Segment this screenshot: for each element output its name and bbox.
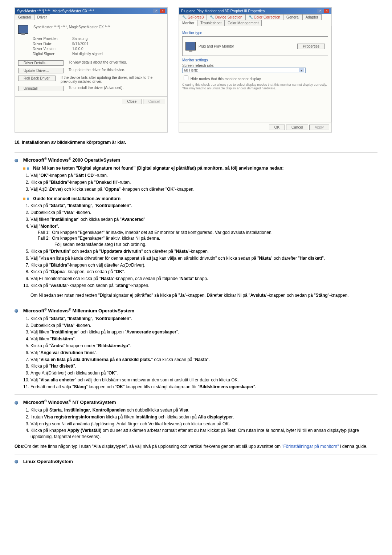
close-icon[interactable]: × [160,9,165,13]
dialog1-bottom-buttons: Close Cancel [15,97,167,106]
device-name: SyncMaster ****| ****, MagicSyncMaster C… [33,25,110,29]
cancel-button[interactable]: Cancel [286,125,308,130]
close-icon[interactable]: × [324,9,329,13]
monitor-type-box: Plug and Play Monitor Properties [182,36,328,56]
dialog1-window-icons: ? × [152,9,165,13]
tab-color-correction[interactable]: 🔧 Color Correction [245,14,284,20]
tab-monitor[interactable]: Monitor [179,20,197,26]
signer-label: Digital Signer: [33,52,67,56]
preset-link[interactable]: "Förinställningar på monitorn" [282,444,339,449]
monitor-properties-dialog: Plug and Play Monitor and 3D Prophet III… [179,7,332,133]
tab-color-management[interactable]: Color Management [224,20,262,26]
ok-button[interactable]: OK [269,125,285,130]
list-item: Ange A:\(D:\driver) och klicka sedan på … [30,370,377,376]
uninstall-button[interactable]: Uninstall [18,86,64,91]
close-button[interactable]: Close [122,99,142,104]
list-item: Klicka på "Öppna"-knappen, och sedan på … [30,269,377,275]
monitor-icon [18,25,28,34]
list-item: I rutan Visa registreringsinformation kl… [30,414,377,420]
hide-modes-label: Hide modes that this monitor cannot disp… [191,77,261,81]
step-10-text: 10. Installationen av bildskärmens körpr… [15,140,377,145]
digital-sig-note: Om Ni sedan ser rutan med texten "Digita… [30,292,377,299]
list-item: Välj fliken "Inställningar" och klicka p… [30,329,377,335]
refresh-rate-label: Screen refresh rate: [182,64,328,68]
dialog-screenshots-row: SyncMaster ****| ****, MagicSyncMaster C… [15,7,377,133]
list-item: Klicka på "Har diskett". [30,363,377,369]
heading-windows-nt: Microsoft® Windows® NT OperativSystem [15,399,377,405]
help-icon[interactable]: ? [317,9,322,13]
divider [15,394,377,395]
rollback-driver-desc: If the device fails after updating the d… [61,76,164,84]
dialog1-tabs: General Driver [15,14,167,20]
tab-device-selection[interactable]: 🔧 Device Selection [207,14,245,20]
date-value: 9/11/2001 [72,42,164,46]
hide-modes-checkbox-row: Hide modes that this monitor cannot disp… [182,74,328,81]
cancel-button-disabled: Cancel [143,99,165,104]
driver-details-desc: To view details about the driver files. [69,60,127,64]
dialog2-window-icons: ? × [317,9,329,13]
dialog1-title-text: SyncMaster ****| ****, MagicSyncMaster C… [17,9,94,13]
list-item: Välj "Monitor". Fall 1: Om knappen "Egen… [30,223,377,248]
tab-adapter[interactable]: Adapter [302,14,322,20]
bullet-icon [15,401,18,405]
list-manual-install-steps: Klicka på "Starta", "Inställning", "Kont… [15,203,377,288]
version-label: Driver Version: [33,47,67,51]
list-item: Dubbelklicka på "Visa" -ikonen. [30,210,377,216]
driver-info-grid: Driver Provider: Samsung Driver Date: 9/… [33,37,164,56]
version-value: 1.0.0.0 [72,47,164,51]
update-driver-button[interactable]: Update Driver... [18,68,64,73]
heading-windows-2000: Microsoft® Windows® 2000 OperativSystem [15,157,377,163]
list-item: Välj "Visa en lista på kända drivrutiner… [30,255,377,262]
list-item: Välj fliken "Bildskärm". [30,336,377,342]
tab-general2[interactable]: General [283,14,303,20]
subheading-digital-signature: När Ni kan se texten "Digital signature … [23,166,377,171]
list-item: Klicka på "Starta", "Inställning", "Kont… [30,316,377,322]
monitor-settings-label: Monitor settings [182,58,328,62]
dialog2-tabs: 🔧 GeForce3 🔧 Device Selection 🔧 Color Co… [179,14,331,26]
list-item: Välj "Visa en lista på alla drivrutinern… [30,357,377,363]
apply-button-disabled: Apply [309,125,329,130]
dialog1-body: SyncMaster ****| ****, MagicSyncMaster C… [15,20,167,97]
list-nt-steps: Klicka på Starta, Inställningar, Kontrol… [15,407,377,440]
monitor-type-label: Monitor type [182,31,328,35]
properties-button[interactable]: Properties [297,44,325,49]
list-me-steps: Klicka på "Starta", "Inställning", "Kont… [15,316,377,390]
tab-driver[interactable]: Driver [34,14,50,20]
monitor-icon [185,42,196,50]
list-item: Välj "Ange var drivrutinen finns". [30,350,377,356]
hide-modes-checkbox[interactable] [184,76,188,80]
divider [15,303,377,303]
list-item: Välj en typ som Ni vill använda (Upplösn… [30,421,377,427]
dialog2-title-text: Plug and Play Monitor and 3D Prophet III… [181,9,265,13]
list-item: Klicka på "Bläddra"-knappen och välj där… [30,262,377,268]
driver-details-button[interactable]: Driver Details... [18,60,64,66]
tab-troubleshoot[interactable]: Troubleshoot [197,20,225,26]
uninstall-desc: To uninstall the driver (Advanced). [69,86,123,90]
help-icon[interactable]: ? [153,9,158,13]
bullet-icon [15,460,18,463]
refresh-rate-select[interactable]: 60 Hertz ▾ [182,68,306,73]
subheading-manual-install: Guide för manuell installation av monito… [23,196,377,202]
list-item: Klicka på "Bläddra"-knappen på "Önskad f… [30,179,377,186]
list-digital-signature-steps: Välj "OK"-knappen på "Sätt i CD"-rutan. … [15,173,377,192]
tab-general[interactable]: General [15,14,34,20]
tab-geforce[interactable]: 🔧 GeForce3 [179,14,207,20]
nt-obs-note: Obs:Om det inte finns någon typ i rutan … [15,443,377,450]
list-item: Klicka på "Starta", "Inställning", "Kont… [30,203,377,209]
fall-2: Fall 2: Om knappen "Egenskaper" är aktiv… [38,235,377,242]
list-item: Välj Er monitormodell och klicka på "Näs… [30,276,377,282]
list-item: Klicka på Starta, Inställningar, Kontrol… [30,407,377,413]
rollback-driver-button[interactable]: Roll Back Driver [18,76,56,81]
sub-bullet-icon [23,196,30,201]
dialog2-body: Monitor type Plug and Play Monitor Prope… [179,26,331,122]
list-item: Välj fliken "Inställningar" och klicka s… [30,216,377,223]
signer-value: Not digitally signed [72,52,164,56]
fall-2-cont: Följ sedan nedanstående steg i tur och o… [54,242,377,248]
divider [15,454,377,454]
divider [15,152,377,153]
bullet-icon [15,309,18,313]
hide-modes-description: Clearing this check box allows you to se… [182,83,328,90]
list-item: Klicka på knappen Apply (Verkställ) om d… [30,428,377,440]
date-label: Driver Date: [33,42,67,46]
list-item: Välj "OK"-knappen på "Sätt i CD"-rutan. [30,173,377,179]
